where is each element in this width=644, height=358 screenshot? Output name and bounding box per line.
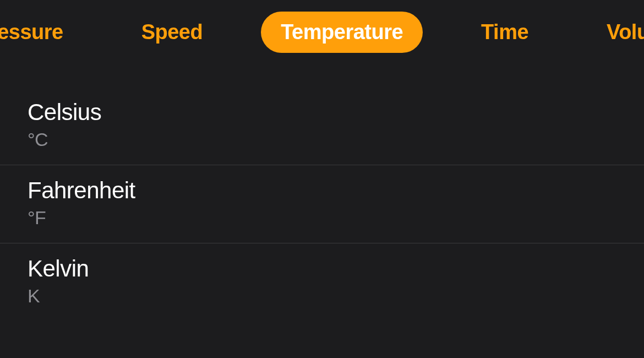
tab-volume[interactable]: Volume — [587, 12, 644, 53]
unit-name: Kelvin — [28, 256, 644, 282]
tab-temperature[interactable]: Temperature — [261, 12, 423, 53]
tab-time[interactable]: Time — [461, 12, 548, 53]
tab-pressure[interactable]: Pressure — [0, 12, 83, 53]
category-tabs: Pressure Speed Temperature Time Volume W… — [0, 0, 600, 55]
unit-symbol: °F — [28, 207, 644, 229]
list-item-celsius[interactable]: Celsius °C — [0, 87, 644, 165]
unit-name: Celsius — [28, 99, 644, 126]
unit-name: Fahrenheit — [28, 177, 644, 204]
tab-speed[interactable]: Speed — [122, 12, 223, 53]
unit-symbol: °C — [28, 129, 644, 150]
tab-label: Time — [481, 20, 528, 44]
list-item-fahrenheit[interactable]: Fahrenheit °F — [0, 165, 644, 243]
unit-symbol: K — [28, 285, 644, 307]
unit-list: Celsius °C Fahrenheit °F Kelvin K — [0, 55, 644, 321]
tab-label: Speed — [141, 20, 203, 44]
tab-label: Volume — [607, 20, 644, 44]
list-item-kelvin[interactable]: Kelvin K — [0, 243, 644, 321]
tab-label: Pressure — [0, 20, 63, 44]
tab-label: Temperature — [281, 20, 403, 44]
